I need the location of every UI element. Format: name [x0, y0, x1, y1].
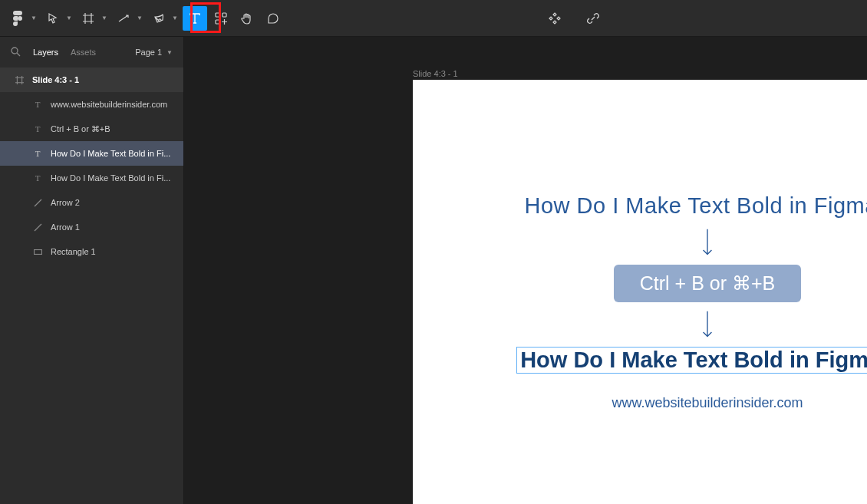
svg-point-3	[12, 48, 18, 54]
comment-icon	[267, 12, 279, 25]
svg-rect-0	[216, 13, 219, 17]
pen-icon	[153, 13, 164, 24]
slide-frame[interactable]: How Do I Make Text Bold in Figma? Ctrl +…	[413, 80, 867, 504]
layer-label: How Do I Make Text Bold in Fi...	[51, 173, 183, 183]
hand-icon	[241, 12, 253, 25]
layer-label: Rectangle 1	[51, 247, 183, 256]
link-icon	[587, 12, 599, 25]
slide-content: How Do I Make Text Bold in Figma? Ctrl +…	[413, 80, 867, 504]
tab-layers[interactable]: Layers	[33, 48, 58, 57]
svg-rect-2	[216, 20, 219, 24]
resources-icon	[215, 12, 227, 25]
shape-tool-button[interactable]: ▼	[112, 6, 146, 31]
layer-arrow[interactable]: Arrow 1	[0, 215, 183, 239]
frame-title-label[interactable]: Slide 4:3 - 1	[413, 69, 458, 78]
sidebar-header: Layers Assets Page 1 ▼	[0, 37, 183, 68]
text-layer-icon: T	[32, 100, 43, 109]
toolbar: ▼ ▼ ▼ ▼ ▼	[0, 0, 867, 37]
figma-menu-button[interactable]: ▼	[6, 6, 40, 31]
bold-question-text-selected[interactable]: How Do I Make Text Bold in Figma?	[516, 347, 867, 374]
text-icon	[189, 12, 201, 25]
frame-icon	[83, 13, 94, 24]
page-label: Page 1	[135, 48, 162, 57]
resources-button[interactable]	[209, 6, 233, 31]
layer-arrow[interactable]: Arrow 2	[0, 190, 183, 215]
layer-text-selected[interactable]: T How Do I Make Text Bold in Fi...	[0, 141, 183, 166]
toolbar-left: ▼ ▼ ▼ ▼ ▼	[6, 6, 285, 31]
canvas[interactable]: Slide 4:3 - 1 How Do I Make Text Bold in…	[184, 37, 867, 504]
arrow-2[interactable]	[700, 310, 715, 341]
line-layer-icon	[32, 223, 43, 232]
main: Layers Assets Page 1 ▼ Slide 4:3 - 1 T w…	[0, 37, 867, 504]
toolbar-center	[287, 6, 861, 31]
layer-label: Slide 4:3 - 1	[32, 75, 183, 84]
frame-icon	[14, 76, 25, 84]
chevron-down-icon: ▼	[66, 15, 72, 21]
layer-text[interactable]: T www.websitebuilderinsider.com	[0, 92, 183, 117]
svg-rect-1	[223, 13, 226, 17]
rect-layer-icon	[32, 249, 43, 255]
layer-label: www.websitebuilderinsider.com	[51, 100, 183, 109]
layer-label: Arrow 2	[51, 198, 183, 207]
question-text[interactable]: How Do I Make Text Bold in Figma?	[525, 193, 867, 219]
svg-rect-4	[34, 249, 41, 254]
move-tool-button[interactable]: ▼	[41, 6, 75, 31]
text-layer-icon: T	[32, 149, 43, 158]
layer-rectangle[interactable]: Rectangle 1	[0, 239, 183, 264]
pen-tool-button[interactable]: ▼	[147, 6, 181, 31]
layer-label: Arrow 1	[51, 222, 183, 232]
pointer-icon	[48, 13, 58, 24]
text-layer-icon: T	[32, 173, 43, 183]
chevron-down-icon: ▼	[166, 49, 173, 56]
layer-label: How Do I Make Text Bold in Fi...	[51, 149, 183, 158]
frame-tool-button[interactable]: ▼	[77, 6, 110, 31]
shortcut-box[interactable]: Ctrl + B or ⌘+B	[614, 265, 801, 302]
chevron-down-icon: ▼	[137, 15, 143, 21]
link-button[interactable]	[581, 6, 605, 31]
figma-logo-icon	[12, 11, 23, 26]
url-text[interactable]: www.websitebuilderinsider.com	[612, 395, 803, 411]
layers-panel: Layers Assets Page 1 ▼ Slide 4:3 - 1 T w…	[0, 37, 184, 504]
line-layer-icon	[32, 199, 43, 207]
layer-label: Ctrl + B or ⌘+B	[51, 124, 183, 134]
text-layer-icon: T	[32, 124, 43, 133]
layer-text[interactable]: T Ctrl + B or ⌘+B	[0, 117, 183, 141]
arrow-1[interactable]	[700, 228, 715, 259]
line-arrow-icon	[118, 15, 130, 22]
layer-frame[interactable]: Slide 4:3 - 1	[0, 68, 183, 92]
chevron-down-icon: ▼	[101, 15, 107, 21]
chevron-down-icon: ▼	[172, 15, 178, 21]
page-selector[interactable]: Page 1 ▼	[135, 48, 173, 57]
text-tool-button[interactable]	[183, 6, 207, 31]
search-icon[interactable]	[11, 47, 21, 58]
tab-assets[interactable]: Assets	[71, 48, 96, 57]
hand-tool-button[interactable]	[235, 6, 259, 31]
comment-tool-button[interactable]	[261, 6, 285, 31]
layer-text[interactable]: T How Do I Make Text Bold in Fi...	[0, 166, 183, 190]
chevron-down-icon: ▼	[31, 15, 37, 21]
components-button[interactable]	[542, 6, 567, 31]
layer-list: Slide 4:3 - 1 T www.websitebuilderinside…	[0, 68, 183, 264]
components-icon	[549, 12, 561, 25]
